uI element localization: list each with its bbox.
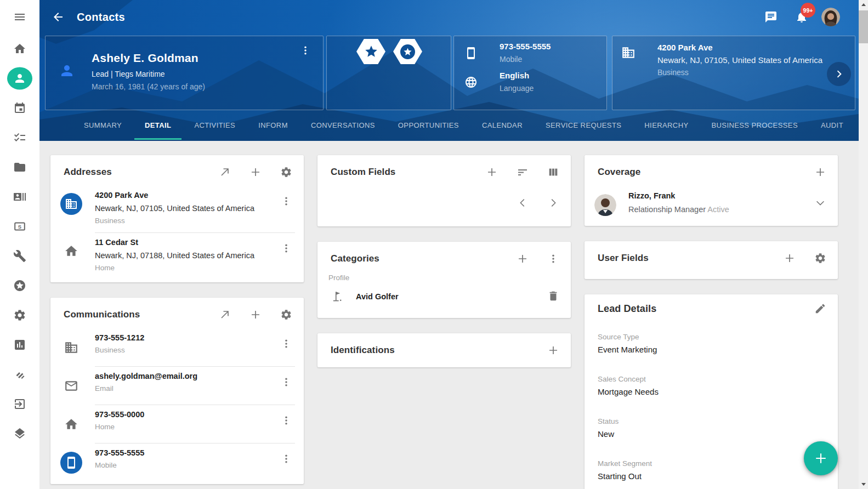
- sidebar-gear-icon[interactable]: [13, 308, 27, 322]
- tab-opportunities[interactable]: OPPORTUNITIES: [387, 110, 470, 140]
- categories-add-icon[interactable]: [516, 252, 529, 265]
- tab-activities[interactable]: ACTIVITIES: [183, 110, 247, 140]
- sidebar-calendar-icon[interactable]: [13, 101, 27, 115]
- page-next-chevron-icon[interactable]: [547, 197, 560, 210]
- custom-fields-sort-icon[interactable]: [516, 166, 529, 179]
- comm-value: ashely.goldman@email.org: [95, 372, 280, 380]
- address-line1: 4200 Park Ave: [95, 191, 280, 200]
- contact-kebab-icon[interactable]: [299, 44, 312, 58]
- communications-open-icon[interactable]: [218, 308, 231, 321]
- address-panel[interactable]: 4200 Park Ave Newark, NJ, 07105, United …: [612, 36, 855, 110]
- notifications-button[interactable]: 99+: [795, 10, 808, 24]
- sidebar-home-icon[interactable]: [13, 42, 27, 56]
- addresses-add-icon[interactable]: [249, 166, 262, 179]
- tab-conversations[interactable]: CONVERSATIONS: [299, 110, 387, 140]
- custom-fields-columns-icon[interactable]: [547, 166, 560, 179]
- category-item[interactable]: Avid Golfer: [317, 282, 571, 318]
- sidebar-contact-card-icon[interactable]: [13, 190, 27, 204]
- page-scrollbar[interactable]: [859, 0, 868, 489]
- address-kebab-icon[interactable]: [280, 242, 293, 255]
- scrollbar-down-arrow[interactable]: [859, 480, 868, 489]
- user-fields-gear-icon[interactable]: [814, 252, 827, 265]
- star-badge-icon[interactable]: [356, 39, 385, 64]
- sidebar-handshake-icon[interactable]: [13, 367, 27, 382]
- communication-item[interactable]: 973-555-1212 Business: [50, 328, 304, 366]
- scrollbar-thumb[interactable]: [859, 10, 868, 43]
- user-fields-add-icon[interactable]: [783, 252, 796, 265]
- sidebar-sales-card-icon[interactable]: [13, 219, 27, 234]
- hamburger-menu-icon[interactable]: [13, 10, 27, 24]
- next-panel-chevron-icon[interactable]: [827, 62, 851, 86]
- communication-item[interactable]: ashely.goldman@email.org Email: [50, 367, 304, 405]
- globe-icon: [464, 76, 478, 89]
- categories-kebab-icon[interactable]: [547, 252, 560, 265]
- addresses-open-icon[interactable]: [218, 166, 231, 179]
- sidebar-layers-icon[interactable]: [13, 427, 27, 441]
- comm-type: Mobile: [95, 461, 280, 469]
- addresses-card: Addresses 4200 Park Ave Newark, NJ, 0710…: [50, 155, 304, 282]
- language-row[interactable]: English Language: [462, 71, 599, 93]
- sidebar-bar-chart-icon[interactable]: [13, 338, 27, 352]
- building-circle-icon: [60, 193, 82, 215]
- sidebar-exit-icon[interactable]: [13, 397, 27, 411]
- main-area: Contacts 99+ Ashely E. Goldman Lead | Ti…: [39, 0, 859, 489]
- tab-summary[interactable]: SUMMARY: [72, 110, 133, 140]
- communications-title: Communications: [64, 309, 201, 320]
- tabs-overflow-chevron-icon[interactable]: [855, 110, 859, 140]
- contact-summary-panel[interactable]: Ashely E. Goldman Lead | Tiegs Maritime …: [45, 36, 324, 110]
- building-icon: [621, 46, 636, 60]
- tab-hierarchy[interactable]: HIERARCHY: [633, 110, 700, 140]
- star-circle-badge-icon[interactable]: [393, 39, 422, 64]
- column-right: Coverage Rizzo, Frank Relationship Manag…: [585, 155, 838, 489]
- communications-add-icon[interactable]: [249, 308, 262, 321]
- communication-item[interactable]: 973-555-5555 Mobile: [50, 443, 304, 484]
- coverage-item[interactable]: Rizzo, Frank Relationship Manager Active: [585, 186, 838, 226]
- detail-content: Addresses 4200 Park Ave Newark, NJ, 0710…: [39, 141, 859, 489]
- comm-kebab-icon[interactable]: [280, 338, 293, 351]
- sidebar-folder-icon[interactable]: [13, 160, 27, 174]
- back-button[interactable]: [52, 10, 65, 24]
- comm-value: 973-555-0000: [95, 410, 280, 419]
- user-avatar[interactable]: [821, 8, 840, 26]
- sidebar-wrench-icon[interactable]: [13, 249, 27, 263]
- address-label: Business: [657, 68, 822, 77]
- address-type: Home: [95, 264, 280, 272]
- lead-field: Status New: [598, 417, 825, 439]
- comm-kebab-icon[interactable]: [280, 414, 293, 428]
- identifications-add-icon[interactable]: [547, 344, 560, 357]
- sidebar-checklist-icon[interactable]: [13, 130, 27, 145]
- tab-inform[interactable]: INFORM: [247, 110, 299, 140]
- tab-service-requests[interactable]: SERVICE REQUESTS: [534, 110, 633, 140]
- sidebar-contacts-person-icon[interactable]: [13, 71, 27, 86]
- custom-fields-add-icon[interactable]: [485, 166, 498, 179]
- comm-kebab-icon[interactable]: [280, 453, 293, 466]
- communication-item[interactable]: 973-555-0000 Home: [50, 405, 304, 443]
- comm-kebab-icon[interactable]: [280, 376, 293, 389]
- tab-business-processes[interactable]: BUSINESS PROCESSES: [700, 110, 809, 140]
- tab-calendar[interactable]: CALENDAR: [470, 110, 534, 140]
- lead-details-edit-icon[interactable]: [814, 302, 827, 315]
- address-item[interactable]: 4200 Park Ave Newark, NJ, 07105, United …: [50, 186, 304, 232]
- communications-gear-icon[interactable]: [280, 308, 293, 321]
- building-icon: [60, 337, 82, 359]
- tab-detail[interactable]: DETAIL: [133, 110, 183, 140]
- sidebar-star-icon[interactable]: [13, 278, 27, 293]
- coverage-expand-chevron-icon[interactable]: [814, 197, 827, 210]
- chat-button[interactable]: [764, 10, 778, 24]
- addresses-gear-icon[interactable]: [280, 166, 293, 179]
- golf-flag-icon: [331, 289, 345, 304]
- coverage-role: Relationship Manager Active: [628, 205, 814, 214]
- address-kebab-icon[interactable]: [280, 195, 293, 208]
- addresses-title: Addresses: [64, 167, 201, 178]
- phone-row[interactable]: 973-555-5555 Mobile: [462, 42, 599, 64]
- scrollbar-up-arrow[interactable]: [859, 0, 868, 9]
- page-previous-chevron-icon[interactable]: [516, 197, 529, 210]
- address-type: Business: [95, 217, 280, 225]
- user-fields-card: User Fields: [585, 241, 838, 279]
- phone-value: 973-555-5555: [500, 42, 551, 51]
- tab-audit[interactable]: AUDIT: [809, 110, 855, 140]
- coverage-add-icon[interactable]: [814, 166, 827, 179]
- fab-add-button[interactable]: [804, 441, 838, 475]
- category-delete-icon[interactable]: [547, 290, 560, 303]
- address-item[interactable]: 11 Cedar St Newark, NJ, 07188, United St…: [50, 233, 304, 282]
